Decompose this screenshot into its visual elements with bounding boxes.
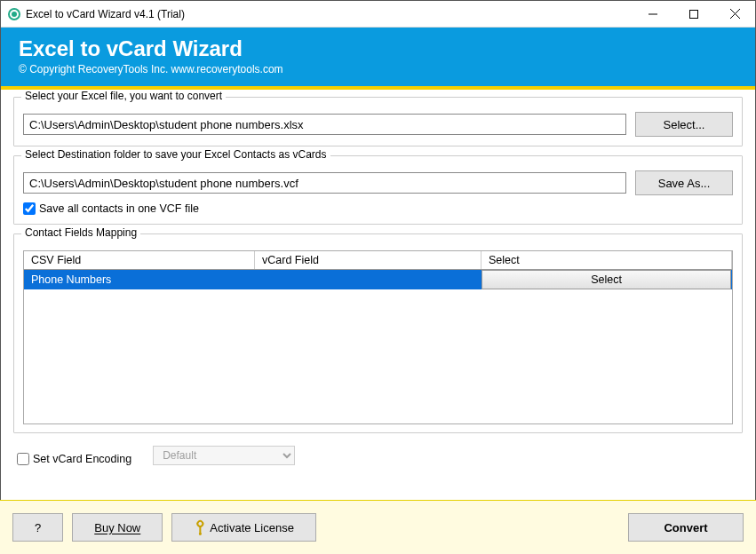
close-button[interactable] — [714, 1, 755, 28]
save-all-checkbox[interactable] — [23, 202, 36, 215]
window-title: Excel to vCard Wizard v4.1 (Trial) — [26, 8, 633, 20]
maximize-button[interactable] — [673, 1, 714, 28]
mapping-group: Contact Fields Mapping CSV Field vCard F… — [13, 233, 743, 433]
column-header-csv[interactable]: CSV Field — [24, 251, 255, 269]
csv-field-cell: Phone Numbers — [24, 270, 255, 289]
minimize-button[interactable] — [633, 1, 673, 28]
save-as-button[interactable]: Save As... — [635, 170, 733, 195]
key-icon — [191, 518, 210, 537]
table-row[interactable]: Phone Numbers Select — [24, 270, 732, 289]
app-icon — [8, 8, 20, 20]
select-source-button[interactable]: Select... — [635, 112, 733, 137]
app-title: Excel to vCard Wizard — [19, 36, 737, 61]
footer-bar: ? Buy Now Activate License Convert — [0, 500, 756, 554]
mapping-grid: CSV Field vCard Field Select Phone Numbe… — [23, 250, 733, 424]
activate-label: Activate License — [210, 521, 294, 534]
source-path-input[interactable] — [23, 114, 626, 135]
convert-button[interactable]: Convert — [628, 513, 744, 542]
destination-legend: Select Destination folder to save your E… — [21, 148, 330, 161]
column-header-select[interactable]: Select — [481, 251, 732, 269]
title-bar: Excel to vCard Wizard v4.1 (Trial) — [1, 1, 755, 28]
header-banner: Excel to vCard Wizard © Copyright Recove… — [1, 28, 755, 86]
destination-path-input[interactable] — [23, 172, 626, 194]
mapping-legend: Contact Fields Mapping — [21, 226, 140, 239]
destination-group: Select Destination folder to save your E… — [13, 155, 743, 225]
help-button[interactable]: ? — [12, 513, 63, 542]
svg-rect-1 — [690, 10, 698, 18]
row-select-button[interactable]: Select — [481, 270, 731, 289]
svg-point-4 — [196, 519, 203, 526]
encoding-select[interactable]: Default — [153, 446, 295, 465]
source-legend: Select your Excel file, you want to conv… — [21, 90, 226, 102]
activate-license-button[interactable]: Activate License — [171, 513, 316, 542]
vcard-field-cell — [255, 270, 481, 289]
encoding-label: Set vCard Encoding — [33, 453, 131, 465]
save-all-label: Save all contacts in one VCF file — [39, 202, 199, 215]
copyright-text: © Copyright RecoveryTools Inc. www.recov… — [19, 63, 737, 75]
encoding-checkbox[interactable] — [17, 453, 29, 465]
source-group: Select your Excel file, you want to conv… — [13, 97, 743, 146]
buy-now-button[interactable]: Buy Now — [72, 513, 163, 542]
column-header-vcard[interactable]: vCard Field — [255, 251, 481, 269]
